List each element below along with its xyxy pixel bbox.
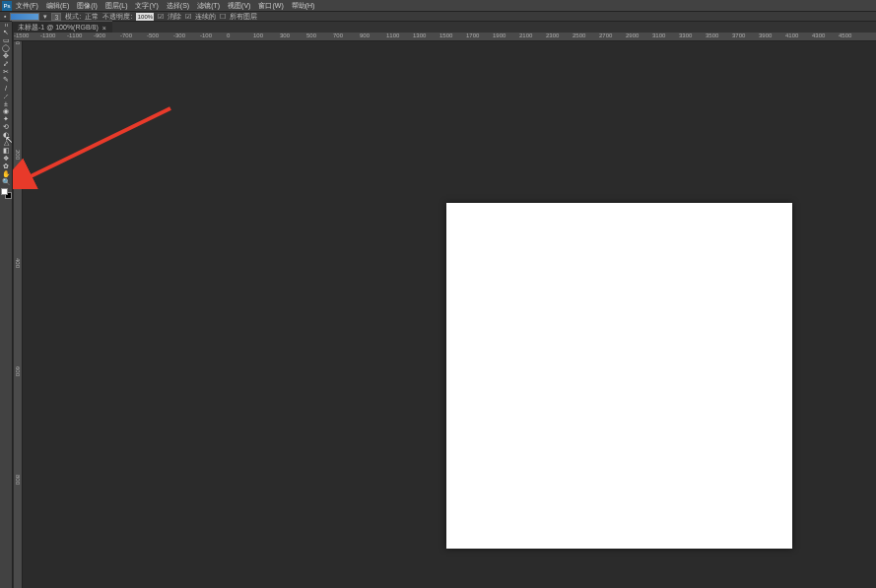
close-tab-icon[interactable]: × — [102, 25, 106, 32]
tools-panel: ↖ ▭ ◯ ✥ ⤢ ✂ ✎ / ⟋ ± ◉ ✦ ⟲ ◐ △ ◧ ❖ ✿ ✋ 🔍 — [0, 22, 13, 588]
history-brush-tool[interactable]: ± — [1, 99, 12, 107]
hand-tool[interactable]: ✋ — [1, 170, 12, 178]
menu-select[interactable]: 选择(S) — [167, 1, 189, 11]
menu-help[interactable]: 帮助(H) — [292, 1, 315, 11]
menu-view[interactable]: 视图(V) — [228, 1, 250, 11]
foreground-color[interactable] — [1, 188, 8, 195]
path-tool[interactable]: ❖ — [1, 155, 12, 163]
app-logo: Ps — [2, 1, 12, 11]
contiguous-check[interactable]: ☑ — [185, 13, 191, 21]
lasso-tool[interactable]: ◯ — [1, 44, 12, 52]
dodge-tool[interactable]: ◐ — [1, 131, 12, 139]
gradient-tool[interactable]: ✦ — [1, 115, 12, 123]
annotation-arrow — [13, 98, 180, 189]
opacity-label: 不透明度: — [102, 12, 132, 22]
foreground-swatch[interactable] — [10, 13, 39, 21]
opacity-field[interactable]: 100% — [136, 13, 154, 21]
healing-tool[interactable]: ✎ — [1, 76, 12, 84]
all-layers-check[interactable]: ☐ — [220, 13, 226, 21]
contiguous-label: 连续的 — [195, 12, 216, 22]
crop-tool[interactable]: ⤢ — [1, 60, 12, 68]
pen-tool[interactable]: △ — [1, 139, 12, 147]
menu-image[interactable]: 图像(I) — [77, 1, 98, 11]
mode-value[interactable]: 正常 — [85, 12, 99, 22]
mode-label: 模式: — [65, 12, 81, 22]
menu-edit[interactable]: 编辑(E) — [46, 1, 69, 11]
tool-icon: ▪ — [4, 13, 6, 20]
eyedropper-tool[interactable]: ✂ — [1, 68, 12, 76]
menu-window[interactable]: 窗口(W) — [258, 1, 283, 11]
marquee-tool[interactable]: ▭ — [1, 36, 12, 44]
menu-layer[interactable]: 图层(L) — [105, 1, 128, 11]
move-tool[interactable]: ↖ — [1, 29, 12, 36]
options-bar: ▪ ▾ 3 模式: 正常 不透明度: 100% ☑ 消除 ☑ 连续的 ☐ 所有图… — [0, 11, 876, 22]
wand-tool[interactable]: ✥ — [1, 52, 12, 60]
antialias-check[interactable]: ☑ — [158, 13, 164, 21]
zoom-tool[interactable]: 🔍 — [1, 178, 12, 186]
tolerance-field[interactable]: 3 — [51, 13, 61, 21]
canvas-area[interactable] — [23, 41, 876, 588]
svg-line-1 — [25, 108, 170, 179]
brush-tool[interactable]: / — [1, 84, 12, 92]
stamp-tool[interactable]: ⟋ — [1, 92, 12, 99]
all-layers-label: 所有图层 — [230, 12, 257, 22]
eraser-tool[interactable]: ◉ — [1, 107, 12, 115]
ruler-horizontal[interactable]: -1500-1300-1100-900-700-500-300-10001003… — [14, 33, 876, 41]
menu-bar: Ps 文件(F) 编辑(E) 图像(I) 图层(L) 文字(Y) 选择(S) 滤… — [0, 0, 876, 11]
canvas[interactable] — [446, 203, 792, 549]
menu-filter[interactable]: 滤镜(T) — [197, 1, 220, 11]
toolbar-grip[interactable] — [1, 24, 11, 27]
blur-tool[interactable]: ⟲ — [1, 123, 12, 131]
swatch-dropdown-icon[interactable]: ▾ — [43, 13, 47, 21]
color-swatches[interactable] — [0, 188, 13, 202]
type-tool[interactable]: ◧ — [1, 147, 12, 155]
document-tab-bar: 未标题-1 @ 100%(RGB/8) × — [0, 22, 876, 33]
menu-type[interactable]: 文字(Y) — [135, 1, 158, 11]
ruler-vertical[interactable]: 0200400600800 — [14, 41, 23, 588]
document-title: 未标题-1 @ 100%(RGB/8) — [18, 23, 99, 33]
shape-tool[interactable]: ✿ — [1, 163, 12, 170]
antialias-label: 消除 — [168, 12, 181, 22]
menu-file[interactable]: 文件(F) — [16, 1, 38, 11]
